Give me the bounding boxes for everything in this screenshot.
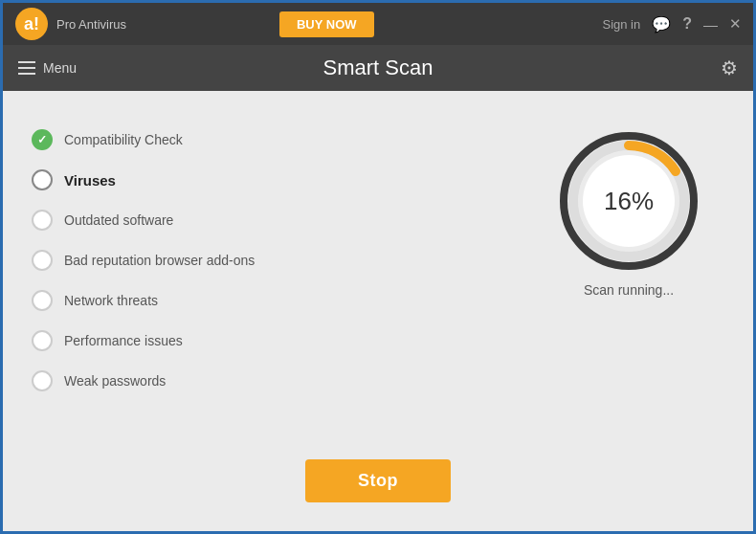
hamburger-icon [18,61,35,75]
scan-item-label-network-threats: Network threats [64,293,158,308]
scan-items-list: Compatibility Check Viruses Outdated sof… [32,110,495,512]
minimize-button[interactable]: — [703,16,718,33]
indicator-inactive-weak-passwords [32,370,53,391]
progress-circle: 16% [557,129,700,273]
scan-item-label-viruses: Viruses [64,172,116,189]
scan-item-label-browser-addons: Bad reputation browser add-ons [64,253,255,268]
menu-bar: Menu Smart Scan ⚙ [3,45,753,91]
stop-button-container: Stop [305,459,451,502]
menu-label: Menu [43,60,77,76]
progress-area: 16% Scan running... [533,110,724,512]
scan-item-label-outdated-software: Outdated software [64,212,173,228]
progress-percent-text: 16% [604,187,654,216]
scan-item-label-weak-passwords: Weak passwords [64,373,166,389]
indicator-active-viruses [32,169,53,190]
scan-item-label-performance-issues: Performance issues [64,333,183,348]
app-window: a! Pro Antivirus BUY NOW Sign in 💬 ? — ✕… [3,3,753,531]
indicator-inactive-browser-addons [32,250,53,271]
stop-button[interactable]: Stop [305,459,451,502]
help-icon[interactable]: ? [682,15,692,33]
logo-area: a! Pro Antivirus [14,7,126,41]
page-title: Smart Scan [323,56,434,80]
scan-status-text: Scan running... [584,282,674,298]
sign-in-link[interactable]: Sign in [602,17,640,32]
scan-item-weak-passwords: Weak passwords [32,361,495,401]
svg-text:a!: a! [24,14,39,33]
indicator-inactive-performance-issues [32,330,53,351]
chat-icon[interactable]: 💬 [652,15,671,33]
scan-item-viruses: Viruses [32,160,495,200]
settings-icon[interactable]: ⚙ [721,56,738,79]
title-bar-right: Sign in 💬 ? — ✕ [602,15,742,33]
indicator-inactive-network-threats [32,290,53,311]
main-content: Compatibility Check Viruses Outdated sof… [3,91,753,531]
scan-item-label-compatibility-check: Compatibility Check [64,132,183,147]
avast-logo-icon: a! [14,7,49,41]
scan-item-outdated-software: Outdated software [32,200,495,240]
close-button[interactable]: ✕ [729,15,742,33]
scan-item-performance-issues: Performance issues [32,321,495,361]
scan-item-compatibility-check: Compatibility Check [32,120,495,160]
indicator-done-compatibility-check [32,129,53,150]
buy-now-button[interactable]: BUY NOW [279,11,374,37]
product-name: Pro Antivirus [56,17,126,32]
scan-item-browser-addons: Bad reputation browser add-ons [32,240,495,280]
title-bar: a! Pro Antivirus BUY NOW Sign in 💬 ? — ✕ [3,3,753,45]
scan-item-network-threats: Network threats [32,280,495,321]
indicator-inactive-outdated-software [32,210,53,231]
menu-button[interactable]: Menu [18,60,77,76]
